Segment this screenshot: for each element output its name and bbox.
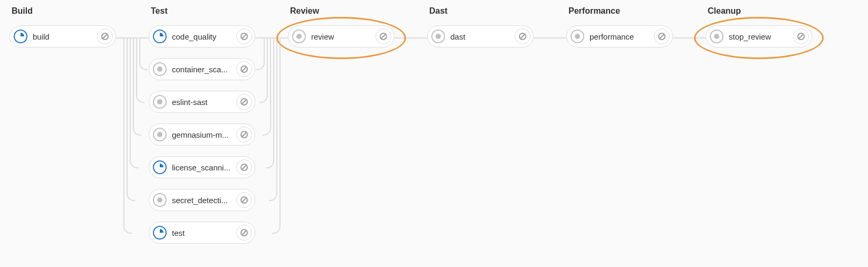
job-name: code_quality [172, 32, 233, 41]
connector-line [394, 37, 427, 39]
job-eslint-sast[interactable]: eslint-sast [149, 91, 255, 113]
running-icon [14, 30, 27, 43]
job-name: review [311, 32, 372, 41]
cancel-button[interactable] [236, 159, 252, 175]
skipped-icon [431, 30, 445, 43]
svg-point-26 [575, 34, 580, 39]
job-name: gemnasium-m... [172, 130, 233, 139]
job-name: license_scanni... [172, 163, 233, 172]
stage-jobs: review [288, 25, 394, 47]
stage-header: Cleanup [706, 6, 812, 16]
connector-line [534, 37, 566, 39]
connector-line [272, 37, 281, 234]
cancel-button[interactable] [375, 28, 391, 44]
stage-cleanup: Cleanup stop_review [706, 6, 812, 47]
svg-line-3 [243, 35, 246, 39]
svg-point-23 [436, 34, 441, 39]
stage-header: Review [288, 6, 394, 16]
skipped-icon [153, 95, 167, 109]
job-name: test [172, 228, 233, 237]
running-icon [153, 226, 167, 240]
running-icon [153, 30, 167, 43]
job-performance[interactable]: performance [566, 25, 673, 47]
cancel-button[interactable] [793, 28, 809, 44]
job-gemnasium[interactable]: gemnasium-m... [149, 123, 255, 146]
job-stop-review[interactable]: stop_review [706, 25, 812, 47]
skipped-icon [153, 193, 167, 207]
svg-line-6 [243, 68, 246, 71]
svg-line-19 [243, 231, 246, 235]
stage-header: Dast [427, 6, 534, 16]
stage-jobs: performance [566, 25, 673, 47]
svg-line-12 [243, 133, 246, 137]
cancel-button[interactable] [236, 61, 252, 77]
skipped-icon [153, 128, 167, 141]
stage-jobs: stop_review [706, 25, 812, 47]
running-icon [153, 160, 167, 174]
pipeline-graph: Build build Test code_quality [9, 6, 859, 244]
svg-line-25 [521, 35, 525, 39]
job-dast[interactable]: dast [427, 25, 534, 47]
stage-test: Test code_quality container_sca... eslin… [149, 6, 255, 244]
job-secret-detection[interactable]: secret_detecti... [149, 189, 255, 211]
job-name: performance [590, 32, 651, 41]
cancel-button[interactable] [654, 28, 670, 44]
stage-jobs: dast [427, 25, 534, 47]
cancel-button[interactable] [97, 28, 113, 44]
connector-line [123, 37, 132, 234]
job-build[interactable]: build [9, 25, 116, 47]
svg-line-31 [799, 35, 803, 39]
cancel-button[interactable] [236, 225, 252, 241]
svg-point-20 [296, 34, 302, 39]
stage-performance: Performance performance [566, 6, 673, 47]
svg-line-9 [243, 100, 246, 104]
job-container-scanning[interactable]: container_sca... [149, 58, 255, 80]
job-license-scanning[interactable]: license_scanni... [149, 156, 255, 178]
stage-header: Build [9, 6, 116, 16]
job-name: build [33, 32, 94, 41]
svg-point-15 [157, 197, 162, 203]
job-name: dast [450, 32, 512, 41]
cancel-button[interactable] [236, 94, 252, 110]
skipped-icon [571, 30, 584, 43]
cancel-button[interactable] [236, 28, 252, 44]
connector-line [673, 37, 706, 39]
stage-header: Performance [566, 6, 673, 16]
svg-line-1 [103, 35, 107, 39]
stage-review: Review review [288, 6, 394, 47]
cancel-button[interactable] [236, 192, 252, 208]
job-name: stop_review [729, 32, 790, 41]
stage-build: Build build [9, 6, 116, 47]
svg-point-7 [157, 99, 162, 104]
job-test[interactable]: test [149, 222, 255, 244]
stage-jobs: code_quality container_sca... eslint-sas… [149, 25, 255, 244]
skipped-icon [153, 62, 167, 76]
svg-line-22 [382, 35, 385, 39]
job-name: eslint-sast [172, 98, 233, 107]
svg-line-28 [660, 35, 664, 39]
skipped-icon [710, 30, 724, 43]
svg-point-4 [157, 66, 162, 72]
cancel-button[interactable] [236, 127, 252, 142]
job-name: secret_detecti... [172, 196, 233, 205]
job-name: container_sca... [172, 65, 233, 74]
stage-jobs: build [9, 25, 116, 47]
svg-line-17 [243, 198, 246, 202]
svg-point-29 [714, 34, 719, 39]
svg-line-14 [243, 166, 246, 169]
job-code-quality[interactable]: code_quality [149, 25, 255, 47]
skipped-icon [292, 30, 306, 43]
svg-point-10 [157, 132, 162, 137]
stage-dast: Dast dast [427, 6, 534, 47]
stage-header: Test [149, 6, 255, 16]
cancel-button[interactable] [515, 28, 531, 44]
job-review[interactable]: review [288, 25, 394, 47]
